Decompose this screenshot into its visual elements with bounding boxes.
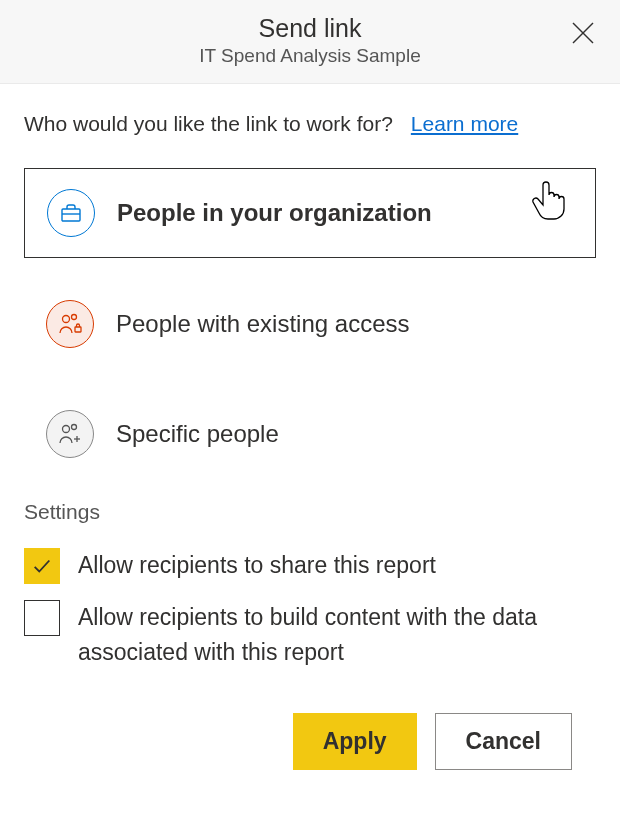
briefcase-icon: [47, 189, 95, 237]
apply-button[interactable]: Apply: [293, 713, 417, 770]
dialog-subtitle: IT Spend Analysis Sample: [20, 45, 600, 67]
allow-share-checkbox[interactable]: [24, 548, 60, 584]
checkbox-row-allow-share: Allow recipients to share this report: [24, 548, 596, 584]
option-label: Specific people: [116, 420, 279, 448]
prompt-row: Who would you like the link to work for?…: [24, 112, 596, 136]
cancel-button[interactable]: Cancel: [435, 713, 572, 770]
option-people-in-org[interactable]: People in your organization: [24, 168, 596, 258]
dialog-footer: Apply Cancel: [24, 685, 596, 770]
allow-build-checkbox[interactable]: [24, 600, 60, 636]
close-button[interactable]: [568, 18, 598, 52]
prompt-text: Who would you like the link to work for?: [24, 112, 393, 136]
checkbox-label: Allow recipients to share this report: [78, 548, 436, 583]
svg-rect-6: [75, 327, 81, 332]
option-label: People in your organization: [117, 199, 432, 227]
dialog-title: Send link: [20, 14, 600, 43]
learn-more-link[interactable]: Learn more: [411, 112, 518, 136]
close-icon: [568, 18, 598, 48]
checkmark-icon: [31, 555, 53, 577]
dialog-header: Send link IT Spend Analysis Sample: [0, 0, 620, 84]
svg-point-8: [72, 425, 77, 430]
svg-point-7: [63, 426, 70, 433]
people-lock-icon: [46, 300, 94, 348]
option-specific-people[interactable]: Specific people: [24, 390, 596, 478]
option-existing-access[interactable]: People with existing access: [24, 280, 596, 368]
svg-point-4: [63, 316, 70, 323]
svg-rect-2: [62, 209, 80, 221]
svg-point-5: [72, 315, 77, 320]
dialog-body: Who would you like the link to work for?…: [0, 84, 620, 790]
option-label: People with existing access: [116, 310, 409, 338]
people-add-icon: [46, 410, 94, 458]
checkbox-row-allow-build: Allow recipients to build content with t…: [24, 600, 596, 669]
checkbox-label: Allow recipients to build content with t…: [78, 600, 596, 669]
settings-heading: Settings: [24, 500, 596, 524]
cursor-hand-icon: [529, 179, 569, 227]
